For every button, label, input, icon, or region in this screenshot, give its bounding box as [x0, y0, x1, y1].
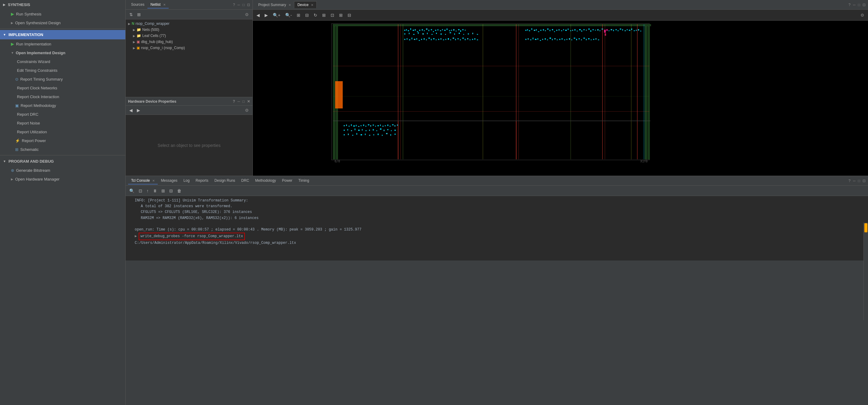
nav-forward-btn[interactable]: ▶ — [264, 12, 269, 18]
sort-hierarchy-btn[interactable]: ⇅ — [128, 11, 134, 18]
sidebar-item-report-power[interactable]: ⚡ Report Power — [0, 136, 125, 145]
center-panel: Sources Netlist ✕ ? ─ □ ⊡ — [126, 0, 868, 405]
tab-netlist[interactable]: Netlist ✕ — [148, 1, 168, 8]
sidebar-item-report-clock-networks[interactable]: Report Clock Networks — [0, 84, 125, 92]
tab-messages[interactable]: Messages — [158, 177, 181, 184]
hdp-maximize[interactable]: □ — [243, 99, 245, 104]
tree-item-dbg-hub[interactable]: ▶ ▣ dbg_hub (dbg_hub) — [126, 39, 252, 45]
device-maximize[interactable]: □ — [858, 3, 860, 7]
hdp-minimize[interactable]: ─ — [237, 99, 240, 104]
sidebar-section-synthesis[interactable]: ▶ SYNTHESIS — [0, 0, 125, 9]
sidebar-item-generate-bitstream[interactable]: ⊛ Generate Bitstream — [0, 166, 125, 175]
project-summary-close[interactable]: ✕ — [288, 3, 291, 7]
sources-restore[interactable]: ⊡ — [247, 3, 250, 7]
flatten-btn[interactable]: ⊞ — [136, 11, 142, 18]
console-clear-btn[interactable]: ⊟ — [168, 188, 174, 194]
tab-tcl-console[interactable]: Tcl Console ✕ — [128, 177, 158, 184]
device-tab-close[interactable]: ✕ — [311, 3, 313, 7]
tree-item-rsop-wrapper[interactable]: ▶ N rsop_Comp_wrapper — [126, 21, 252, 27]
sources-maximize[interactable]: □ — [243, 3, 245, 7]
zoom-in-btn[interactable]: 🔍+ — [272, 12, 282, 18]
tree-item-leaf-cells[interactable]: ▶ 📁 Leaf Cells (77) — [126, 33, 252, 39]
tab-project-summary[interactable]: Project Summary ✕ — [255, 1, 294, 8]
svg-rect-137 — [530, 39, 531, 40]
device-settings-btn[interactable]: ⚙ — [859, 12, 866, 18]
tab-log[interactable]: Log — [181, 177, 192, 184]
console-question[interactable]: ? — [848, 179, 851, 183]
device-canvas[interactable]: 0/0 X1Y0 — [253, 21, 868, 176]
sidebar-item-report-noise[interactable]: Report Noise — [0, 119, 125, 127]
schematic-btn2[interactable]: ⊡ — [330, 12, 336, 18]
report-power-label: Report Power — [22, 139, 46, 143]
grid-btn[interactable]: ⊞ — [321, 12, 327, 18]
sources-minimize[interactable]: ─ — [237, 3, 240, 7]
sidebar-item-report-methodology[interactable]: ▣ Report Methodology — [0, 101, 125, 110]
console-content[interactable]: INFO: [Project 1-111] Unisim Transformat… — [126, 196, 868, 261]
sidebar-section-implementation[interactable]: ▼ IMPLEMENTATION — [0, 30, 125, 39]
hdp-forward-btn[interactable]: ▶ — [136, 107, 142, 113]
hdp-settings-btn[interactable]: ⚙ — [244, 107, 250, 113]
zoom-out-btn[interactable]: 🔍- — [284, 12, 293, 18]
sidebar-item-run-impl[interactable]: ▶ Run Implementation — [0, 39, 125, 49]
console-prompt: ▶ — [135, 234, 137, 239]
hdp-restore[interactable]: ✕ — [247, 99, 250, 104]
tab-device[interactable]: Device ✕ — [294, 1, 317, 8]
sidebar-item-report-clock-interaction[interactable]: Report Clock Interaction — [0, 92, 125, 101]
sidebar-item-open-impl[interactable]: ▼ Open Implemented Design — [0, 49, 125, 57]
svg-rect-47 — [552, 29, 553, 30]
sidebar-item-schematic[interactable]: ⊞ Schematic — [0, 145, 125, 154]
tab-timing[interactable]: Timing — [296, 177, 312, 184]
console-restore[interactable]: ⊡ — [863, 179, 866, 183]
expand-btn[interactable]: ⊞ — [338, 12, 344, 18]
sidebar-item-edit-timing[interactable]: Edit Timing Constraints — [0, 66, 125, 75]
console-delete-btn[interactable]: 🗑 — [176, 188, 183, 194]
hdp-back-btn[interactable]: ◀ — [128, 107, 134, 113]
svg-rect-224 — [348, 134, 349, 135]
tab-methodology[interactable]: Methodology — [252, 177, 279, 184]
console-maximize[interactable]: □ — [858, 179, 860, 183]
tree-item-rsop-comp-i[interactable]: ▶ ▣ rsop_Comp_i (rsop_Comp) — [126, 45, 252, 51]
fit-selection-btn[interactable]: ⊟ — [304, 12, 310, 18]
rotate-btn[interactable]: ↻ — [312, 12, 318, 18]
fit-device-btn[interactable]: ⊞ — [296, 12, 302, 18]
console-search-btn[interactable]: 🔍 — [128, 188, 136, 194]
tcl-console-close[interactable]: ✕ — [152, 179, 155, 182]
svg-rect-73 — [611, 29, 612, 30]
nav-back-btn[interactable]: ◀ — [255, 12, 261, 18]
svg-rect-162 — [591, 39, 592, 40]
console-pause-btn[interactable]: ⏸ — [152, 188, 158, 194]
tab-sources[interactable]: Sources — [128, 1, 148, 8]
tab-power[interactable]: Power — [279, 177, 296, 184]
tab-reports[interactable]: Reports — [192, 177, 211, 184]
svg-rect-24 — [442, 29, 443, 30]
tab-drc[interactable]: DRC — [238, 177, 252, 184]
sidebar-item-run-synthesis[interactable]: ▶ Run Synthesis — [0, 9, 125, 19]
n-icon: N — [132, 22, 134, 26]
console-minimize[interactable]: ─ — [853, 179, 856, 183]
svg-rect-192 — [361, 125, 362, 126]
sidebar-section-program-debug[interactable]: ▼ PROGRAM AND DEBUG — [0, 156, 125, 166]
tree-item-nets[interactable]: ▶ 📁 Nets (500) — [126, 27, 252, 33]
sources-question[interactable]: ? — [233, 3, 235, 7]
hdp-question[interactable]: ? — [233, 99, 235, 104]
netlist-tab-close[interactable]: ✕ — [163, 3, 165, 6]
console-filter-btn[interactable]: ⊡ — [137, 188, 144, 194]
sidebar-item-constraints-wizard[interactable]: Constraints Wizard — [0, 57, 125, 66]
device-minimize[interactable]: ─ — [853, 3, 856, 7]
sidebar-item-report-drc[interactable]: Report DRC — [0, 110, 125, 119]
sidebar-item-open-hw-manager[interactable]: ▶ Open Hardware Manager — [0, 175, 125, 183]
sources-settings-btn[interactable]: ⚙ — [244, 11, 250, 18]
device-question[interactable]: ? — [848, 3, 851, 7]
console-up-btn[interactable]: ↑ — [145, 188, 150, 194]
tab-design-runs[interactable]: Design Runs — [211, 177, 238, 184]
svg-rect-92 — [427, 33, 428, 34]
console-copy-btn[interactable]: ⊞ — [160, 188, 166, 194]
sidebar-item-report-timing[interactable]: ⊙ Report Timing Summary — [0, 75, 125, 84]
device-restore[interactable]: ⊡ — [863, 3, 866, 7]
sidebar-item-report-utilization[interactable]: Report Utilization — [0, 127, 125, 136]
collapse-btn[interactable]: ⊟ — [346, 12, 352, 18]
sidebar-item-open-synthesized[interactable]: ▶ Open Synthesized Design — [0, 19, 125, 27]
svg-rect-113 — [426, 39, 427, 40]
console-scrollbar[interactable] — [864, 223, 868, 320]
svg-rect-231 — [377, 134, 379, 135]
